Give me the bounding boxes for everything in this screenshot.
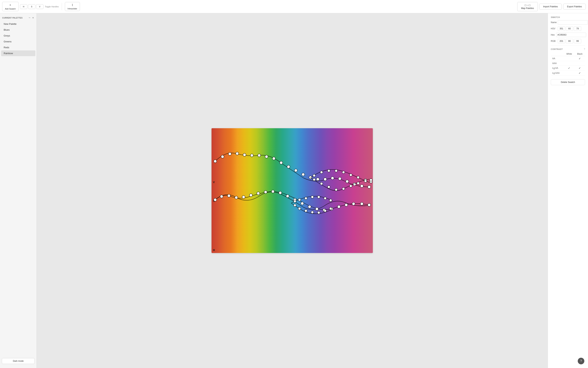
svg-point-7 <box>265 155 268 158</box>
svg-point-46 <box>257 192 260 195</box>
svg-point-59 <box>352 202 355 205</box>
svg-point-4 <box>243 153 246 156</box>
sidebar-item-new-palette[interactable]: New Palette <box>1 21 35 27</box>
svg-point-43 <box>235 196 238 199</box>
contrast-title: CONTRAST <box>551 48 563 50</box>
sidebar-item-blues[interactable]: Blues <box>1 27 35 33</box>
divider <box>62 3 62 10</box>
map-palettes-button[interactable]: □→□ Map Palettes <box>517 2 538 11</box>
contrast-white-cell <box>564 71 575 76</box>
hsv-label: HSV <box>551 27 556 30</box>
svg-point-52 <box>301 202 304 205</box>
sidebar-item-rainbow[interactable]: Rainbow <box>1 50 35 56</box>
sidebar: CURRENT PALETTES − + New PaletteBluesGre… <box>0 13 37 368</box>
svg-point-8 <box>272 157 275 160</box>
dark-mode-button[interactable]: Dark mode <box>2 358 35 364</box>
svg-point-67 <box>324 210 326 212</box>
svg-point-42 <box>227 194 230 197</box>
svg-point-48 <box>271 190 274 193</box>
name-input[interactable] <box>558 20 588 25</box>
add-palette-button[interactable]: + <box>32 16 34 19</box>
svg-point-38 <box>364 180 367 182</box>
hex-label: Hex <box>551 34 555 36</box>
section-title: CURRENT PALETTES <box>2 17 23 19</box>
contrast-black-cell <box>575 61 585 66</box>
svg-point-17 <box>338 177 341 180</box>
sidebar-item-greens[interactable]: Greens <box>1 39 35 44</box>
rgb-b-input[interactable] <box>574 39 581 43</box>
hsv-row: HSV <box>551 27 585 31</box>
contrast-help-button[interactable]: ? <box>584 48 585 50</box>
svg-point-11 <box>294 169 297 172</box>
plus-icon: ＋ <box>9 3 12 7</box>
contrast-white-header: White <box>564 52 575 56</box>
svg-point-20 <box>360 184 363 187</box>
hex-input[interactable] <box>556 33 586 37</box>
contrast-black-cell: ✓ <box>575 56 585 61</box>
svg-point-12 <box>302 173 305 176</box>
swatch-title: SWATCH <box>551 16 585 18</box>
name-row: Name <box>551 20 585 25</box>
palette-canvas[interactable]: V S H <box>212 128 373 253</box>
hex-row: Hex <box>551 33 585 37</box>
svg-point-62 <box>294 204 296 207</box>
contrast-row-aa: AA ✓ <box>551 56 585 61</box>
import-palettes-button[interactable]: Import Palettes <box>539 4 562 9</box>
rainbow-gradient: V S H <box>212 128 373 253</box>
svg-point-72 <box>311 196 314 198</box>
name-label: Name <box>551 21 556 24</box>
svg-point-37 <box>357 182 359 184</box>
interpolate-button[interactable]: ⌇ Interpolate <box>65 2 80 11</box>
svg-point-14 <box>316 178 319 181</box>
svg-point-18 <box>346 180 349 183</box>
hsv-inputs <box>558 27 585 31</box>
svg-point-5 <box>250 154 253 157</box>
rgb-r-input[interactable] <box>558 39 565 43</box>
hsv-v-input[interactable] <box>574 27 581 31</box>
svg-point-15 <box>324 178 327 181</box>
export-palettes-button[interactable]: Export Palettes <box>563 4 586 9</box>
contrast-empty-header <box>551 52 564 56</box>
help-button[interactable]: ? <box>578 358 584 364</box>
canvas-area: V S H <box>37 13 548 368</box>
svg-point-70 <box>298 199 301 201</box>
dark-mode-label: Dark mode <box>13 360 24 362</box>
toggle-s-button[interactable]: S <box>28 4 35 9</box>
toggle-v-button[interactable]: V <box>36 4 44 9</box>
toolbar: ＋ Add Swatch H S V Toggle Handles ⌇ Inte… <box>0 0 588 13</box>
svg-point-21 <box>368 185 371 188</box>
svg-point-53 <box>308 205 311 208</box>
svg-point-45 <box>249 194 252 197</box>
svg-point-73 <box>317 196 320 198</box>
svg-point-58 <box>345 203 348 206</box>
svg-point-23 <box>320 171 323 174</box>
sidebar-item-greys[interactable]: Greys <box>1 33 35 38</box>
contrast-row-lg aa: Lg AA ✓ ✓ <box>551 66 585 71</box>
svg-point-34 <box>335 188 338 191</box>
toggle-h-button[interactable]: H <box>20 4 27 9</box>
svg-point-50 <box>286 195 289 198</box>
contrast-header: CONTRAST ? <box>551 48 585 50</box>
svg-point-9 <box>280 161 283 164</box>
toggle-handles-group: H S V <box>20 4 44 9</box>
add-swatch-button[interactable]: ＋ Add Swatch <box>2 2 18 11</box>
contrast-row-lg aaa: Lg AAA ✓ <box>551 71 585 76</box>
rgb-inputs <box>558 39 585 43</box>
rgb-g-input[interactable] <box>566 39 573 43</box>
hsv-s-input[interactable] <box>566 27 573 31</box>
svg-point-47 <box>264 191 267 193</box>
delete-swatch-button[interactable]: Delete Swatch <box>551 79 585 85</box>
hsv-h-input[interactable] <box>558 27 565 31</box>
help-icon: ? <box>580 359 582 363</box>
contrast-table: White Black AA ✓ AAA Lg AA ✓ ✓ Lg AAA ✓ <box>551 52 585 76</box>
svg-point-35 <box>342 187 345 190</box>
svg-point-44 <box>242 195 245 199</box>
svg-point-27 <box>349 174 352 176</box>
collapse-sidebar-button[interactable]: − <box>28 16 31 19</box>
contrast-white-cell: ✓ <box>564 66 575 71</box>
sidebar-item-reds[interactable]: Reds <box>1 45 35 50</box>
canvas-curves <box>212 128 373 253</box>
import-label: Import Palettes <box>543 5 558 8</box>
svg-point-54 <box>315 207 318 211</box>
contrast-row-label: AAA <box>551 61 564 66</box>
